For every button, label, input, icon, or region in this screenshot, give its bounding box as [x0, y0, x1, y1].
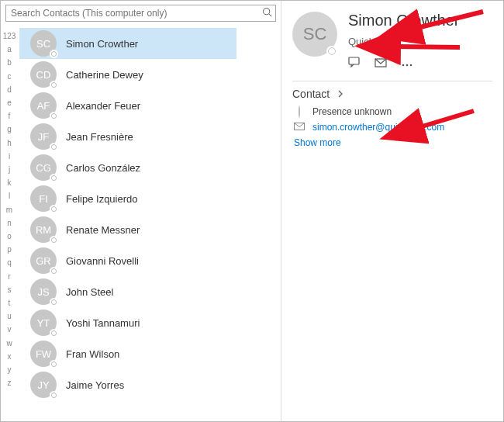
presence-indicator [50, 391, 58, 400]
left-pane: 123abcdefghijklmnopqrstuvwxyz SCSimon Cr… [1, 1, 281, 421]
presence-indicator [50, 236, 58, 244]
email-link[interactable]: simon.crowther@quickstop.com [312, 122, 444, 133]
alpha-letter[interactable]: a [7, 43, 12, 56]
contact-avatar: JY [30, 372, 57, 398]
contact-name-label: Simon Crowther [66, 38, 138, 50]
search-input[interactable] [6, 6, 258, 20]
contacts-list[interactable]: SCSimon CrowtherCDCatherine DeweyAFAlexa… [18, 25, 281, 421]
presence-indicator [50, 174, 58, 182]
svg-point-0 [263, 9, 269, 15]
contact-avatar: YT [30, 310, 57, 336]
contact-company: Quick-Stop [348, 36, 459, 47]
alpha-letter[interactable]: d [7, 83, 12, 96]
contact-avatar-large: SC [292, 12, 337, 57]
contact-avatar: JS [30, 278, 57, 305]
alpha-letter[interactable]: 123 [3, 29, 16, 43]
contact-avatar: FW [30, 341, 57, 367]
contact-name-label: Carlos González [66, 162, 140, 174]
alpha-letter[interactable]: b [7, 56, 12, 69]
alpha-letter[interactable]: j [9, 163, 10, 176]
alpha-letter[interactable]: i [9, 150, 10, 163]
search-icon[interactable] [258, 7, 275, 19]
contact-row[interactable]: JSJohn Steel [19, 276, 236, 307]
alpha-letter[interactable]: u [7, 310, 12, 323]
contact-name-label: Felipe Izquierdo [66, 193, 138, 205]
contact-avatar: FI [30, 185, 57, 212]
presence-indicator [50, 267, 58, 275]
detail-pane: SC Simon Crowther Quick-Stop [281, 1, 503, 421]
contact-name-label: Yoshi Tannamuri [66, 317, 140, 329]
email-icon[interactable] [375, 57, 387, 70]
contact-avatar: AF [30, 92, 57, 119]
search-row [1, 1, 281, 25]
alpha-letter[interactable]: e [7, 96, 12, 109]
contact-name-label: Jean Fresnière [66, 131, 133, 143]
alpha-letter[interactable]: r [8, 270, 10, 283]
alpha-letter[interactable]: v [8, 323, 12, 336]
contact-row[interactable]: SCSimon Crowther [19, 28, 236, 59]
contact-row[interactable]: CDCatherine Dewey [19, 59, 236, 90]
alpha-letter[interactable]: f [9, 109, 11, 123]
contact-name-label: Jaime Yorres [66, 379, 124, 391]
svg-point-6 [410, 64, 413, 67]
alpha-letter[interactable]: q [7, 256, 12, 269]
contact-row[interactable]: GRGiovanni Rovelli [19, 245, 236, 276]
presence-indicator [50, 50, 58, 58]
alpha-index[interactable]: 123abcdefghijklmnopqrstuvwxyz [1, 25, 18, 421]
alpha-letter[interactable]: k [8, 176, 12, 189]
svg-line-1 [268, 14, 271, 16]
contact-row[interactable]: FIFelipe Izquierdo [19, 183, 236, 214]
presence-row: Presence unknown [294, 106, 492, 117]
presence-indicator [50, 329, 58, 337]
more-icon[interactable] [401, 57, 413, 70]
header-text: Simon Crowther Quick-Stop [348, 9, 459, 70]
contact-avatar: RM [30, 216, 57, 243]
alpha-letter[interactable]: y [8, 363, 12, 376]
alpha-letter[interactable]: p [7, 243, 12, 256]
chat-icon[interactable] [348, 57, 361, 70]
alpha-letter[interactable]: x [8, 350, 12, 363]
chevron-right-icon [337, 88, 343, 100]
alpha-letter[interactable]: m [6, 203, 12, 216]
contact-row[interactable]: AFAlexander Feuer [19, 90, 236, 121]
contact-name-label: Fran Wilson [66, 348, 119, 360]
alpha-letter[interactable]: z [8, 376, 12, 389]
contact-section-header[interactable]: Contact [292, 88, 492, 100]
contact-row[interactable]: YTYoshi Tannamuri [19, 307, 236, 338]
alpha-letter[interactable]: w [6, 337, 12, 350]
svg-point-5 [406, 64, 409, 67]
presence-indicator [50, 298, 58, 306]
contact-name-label: Renate Messner [66, 224, 140, 236]
alpha-letter[interactable]: h [7, 137, 12, 150]
alpha-letter[interactable]: c [8, 70, 12, 83]
alpha-letter[interactable]: n [7, 216, 12, 230]
alpha-letter[interactable]: o [7, 230, 12, 243]
contact-row[interactable]: JFJean Fresnière [19, 121, 236, 152]
app-root: 123abcdefghijklmnopqrstuvwxyz SCSimon Cr… [1, 1, 503, 421]
contact-name-label: Giovanni Rovelli [66, 255, 139, 267]
presence-indicator [50, 205, 58, 213]
contact-name-label: Alexander Feuer [66, 100, 140, 112]
contact-row[interactable]: RMRenate Messner [19, 214, 236, 245]
presence-indicator [50, 112, 58, 120]
presence-indicator [326, 46, 337, 57]
divider [292, 81, 492, 81]
alpha-letter[interactable]: t [9, 296, 11, 310]
contact-avatar: CD [30, 61, 57, 88]
envelope-icon [294, 122, 305, 133]
contact-row[interactable]: JYJaime Yorres [19, 369, 236, 400]
alpha-letter[interactable]: g [7, 123, 12, 136]
contact-row[interactable]: FWFran Wilson [19, 338, 236, 369]
contact-title-name: Simon Crowther [348, 12, 459, 29]
presence-indicator [50, 143, 58, 151]
contact-header: SC Simon Crowther Quick-Stop [292, 9, 492, 70]
svg-rect-2 [349, 57, 359, 64]
contact-row[interactable]: CGCarlos González [19, 152, 236, 183]
email-row: simon.crowther@quickstop.com [294, 122, 492, 133]
search-box[interactable] [5, 5, 276, 22]
contact-name-label: Catherine Dewey [66, 69, 143, 81]
show-more-link[interactable]: Show more [294, 137, 492, 148]
alpha-letter[interactable]: s [8, 283, 12, 296]
presence-icon [294, 106, 305, 117]
alpha-letter[interactable]: l [9, 189, 10, 202]
